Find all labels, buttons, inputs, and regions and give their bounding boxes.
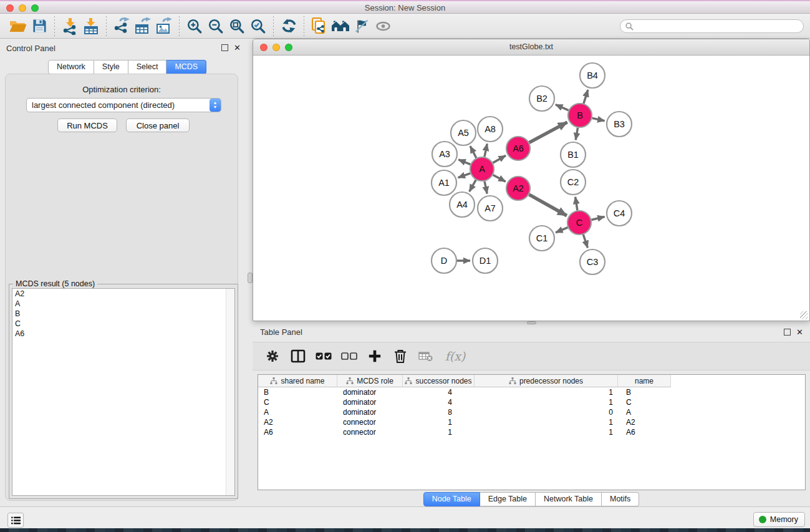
export-image-button[interactable]: [153, 16, 175, 37]
column-header-successor-nodes[interactable]: successor nodes: [403, 375, 475, 387]
close-panel-icon[interactable]: ✕: [796, 329, 803, 336]
table-row[interactable]: A dominator 8 0 A: [258, 407, 805, 417]
result-item[interactable]: A: [12, 299, 234, 309]
graph-edge-A-A2[interactable]: [493, 175, 506, 181]
column-header-predecessor-nodes[interactable]: predecessor nodes: [475, 375, 618, 387]
search-field[interactable]: [620, 19, 804, 33]
refresh-view-button[interactable]: [278, 16, 299, 37]
table-row[interactable]: C dominator 4 1 C: [258, 397, 805, 407]
show-graphics-details-button[interactable]: [372, 16, 393, 37]
graph-edge-B-B2[interactable]: [556, 105, 569, 110]
graph-edge-A-A1[interactable]: [458, 173, 471, 178]
graph-edge-C-C3[interactable]: [583, 235, 587, 248]
tab-style[interactable]: Style: [94, 60, 128, 74]
run-mcds-button[interactable]: Run MCDS: [57, 118, 117, 132]
import-table-icon: [82, 17, 100, 35]
graph-edge-A-A3[interactable]: [458, 160, 470, 165]
search-input[interactable]: [637, 21, 798, 31]
export-network-icon: [113, 17, 130, 35]
float-panel-icon[interactable]: [784, 329, 791, 336]
graph-edge-B-B4[interactable]: [584, 90, 588, 104]
graph-edge-A-A6[interactable]: [493, 155, 506, 163]
column-header-mcds-role[interactable]: MCDS role: [337, 375, 403, 387]
result-item[interactable]: A2: [12, 289, 234, 299]
memory-status-button[interactable]: Memory: [753, 512, 805, 527]
memory-status-icon: [759, 516, 766, 523]
tab-node-table[interactable]: Node Table: [423, 492, 480, 506]
tab-network[interactable]: Network: [48, 60, 94, 74]
column-header-shared-name[interactable]: shared name: [258, 375, 337, 387]
network-view-window: testGlobe.txt B4B2BB3A5A8A6A3AB1A1A2C2A4…: [253, 39, 810, 321]
zoom-in-button[interactable]: [184, 16, 205, 37]
result-scrollbar[interactable]: [226, 289, 234, 495]
function-builder-button: f(x): [441, 346, 469, 366]
import-table-button[interactable]: [80, 16, 102, 37]
tab-motifs[interactable]: Motifs: [602, 492, 639, 506]
task-history-button[interactable]: [7, 513, 24, 528]
result-item[interactable]: C: [12, 319, 234, 329]
graph-edge-C-C4[interactable]: [591, 216, 604, 220]
graph-edge-B-B1[interactable]: [576, 128, 577, 140]
table-row[interactable]: A2 connector 1 1 A2: [258, 417, 805, 427]
cell-mcds-role: dominator: [337, 388, 403, 397]
zoom-selected-icon: [250, 18, 266, 34]
horizontal-split-handle[interactable]: [527, 321, 536, 324]
unselect-all-columns-button[interactable]: [339, 346, 359, 366]
graph-edge-A2-C[interactable]: [529, 195, 567, 216]
network-canvas[interactable]: B4B2BB3A5A8A6A3AB1A1A2C2A4A7C4CC1DD1C3: [254, 56, 809, 320]
graph-edge-C-C2[interactable]: [576, 197, 577, 211]
graph-edge-A6-B[interactable]: [529, 122, 567, 143]
new-network-from-selection-button[interactable]: [309, 16, 330, 37]
open-session-button[interactable]: [7, 16, 29, 37]
graph-edge-A-A8[interactable]: [485, 144, 487, 157]
network-graph: B4B2BB3A5A8A6A3AB1A1A2C2A4A7C4CC1DD1C3: [254, 56, 810, 321]
table-options-button[interactable]: [263, 346, 282, 366]
graph-edge-C-C1[interactable]: [556, 228, 567, 233]
tab-edge-table[interactable]: Edge Table: [480, 492, 536, 506]
cell-predecessor-nodes: 1: [475, 398, 618, 407]
delete-table-button: [416, 346, 436, 366]
select-all-columns-button[interactable]: [314, 346, 334, 366]
graph-node-label-C2: C2: [567, 177, 579, 187]
table-row[interactable]: B dominator 4 1 B: [258, 387, 805, 397]
result-item[interactable]: A6: [12, 329, 234, 339]
graph-edge-A-A7[interactable]: [485, 181, 487, 194]
graph-edge-A-A4[interactable]: [470, 180, 476, 191]
gear-icon: [265, 349, 280, 364]
export-network-button[interactable]: [111, 16, 132, 37]
float-panel-icon[interactable]: [221, 44, 228, 51]
graph-edge-B-B3[interactable]: [592, 118, 605, 120]
zoom-fit-button[interactable]: [226, 16, 248, 37]
zoom-selected-button[interactable]: [248, 16, 269, 37]
flag-slash-icon: [354, 18, 370, 34]
column-header-name[interactable]: name: [618, 375, 671, 387]
close-panel-button[interactable]: Close panel: [126, 118, 190, 132]
export-table-button[interactable]: [132, 16, 153, 37]
vertical-split-handle[interactable]: [248, 273, 253, 283]
result-item[interactable]: B: [12, 309, 234, 319]
home-first-neighbors-button[interactable]: [330, 16, 351, 37]
mcds-result-list: A2 A B C A6: [12, 288, 235, 496]
create-column-button[interactable]: [365, 346, 385, 366]
optimization-criterion-select[interactable]: largest connected component (directed) ▲…: [26, 98, 221, 112]
close-panel-icon[interactable]: ✕: [234, 45, 241, 51]
save-session-button[interactable]: [29, 16, 50, 37]
cell-successor-nodes: 4: [403, 398, 475, 407]
column-label: successor nodes: [415, 377, 471, 385]
window-resize-grip[interactable]: [800, 311, 808, 319]
hide-graphics-details-button[interactable]: [351, 16, 372, 37]
toolbar-separator: [179, 16, 180, 36]
show-column-button[interactable]: [288, 346, 308, 366]
graph-node-label-A6: A6: [513, 143, 524, 153]
delete-column-button[interactable]: [390, 346, 410, 366]
tab-select[interactable]: Select: [128, 60, 167, 74]
houses-icon: [330, 19, 350, 34]
graph-edge-A-A5[interactable]: [470, 146, 476, 158]
table-row[interactable]: A6 connector 1 1 A6: [258, 427, 805, 437]
graph-node-label-D1: D1: [480, 256, 491, 266]
zoom-out-button[interactable]: [205, 16, 226, 37]
import-network-button[interactable]: [59, 16, 80, 37]
tab-network-table[interactable]: Network Table: [536, 492, 602, 506]
network-window-titlebar[interactable]: testGlobe.txt: [253, 39, 809, 56]
tab-mcds[interactable]: MCDS: [166, 60, 206, 74]
